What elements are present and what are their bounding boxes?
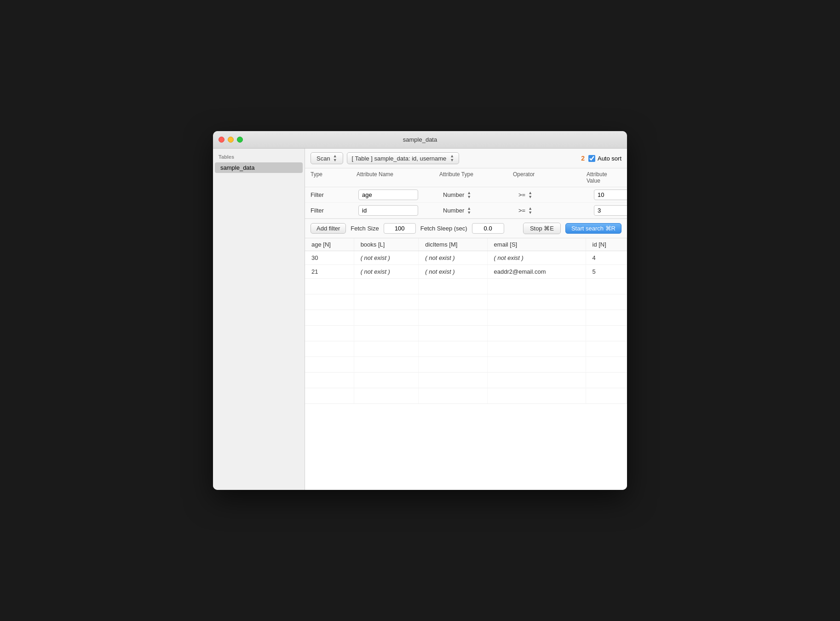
col-books-header: books [L] <box>354 238 419 251</box>
col-email-header: email [S] <box>487 238 586 251</box>
attr-type-id[interactable]: Number ▲▼ <box>443 207 517 215</box>
close-button[interactable] <box>219 137 224 143</box>
cell-email-1: ( not exist ) <box>487 251 586 265</box>
add-filter-button[interactable]: Add filter <box>311 223 346 234</box>
cell-age-2: 21 <box>305 265 354 279</box>
filter-value-id[interactable] <box>594 205 627 216</box>
scan-button[interactable]: Scan ▲▼ <box>311 152 343 164</box>
table-selector-stepper-icon: ▲▼ <box>450 154 454 162</box>
filter-attr-name-id[interactable] <box>358 205 418 216</box>
toolbar: Scan ▲▼ [ Table ] sample_data: id, usern… <box>305 149 627 168</box>
scan-stepper-icon: ▲▼ <box>333 154 337 162</box>
traffic-lights <box>219 137 243 143</box>
filter-type-age: Filter <box>311 191 357 198</box>
cell-books-2: ( not exist ) <box>354 265 419 279</box>
sidebar: Tables sample_data <box>213 149 305 490</box>
minimize-button[interactable] <box>228 137 234 143</box>
cell-email-2: eaddr2@email.com <box>487 265 586 279</box>
filters-section: Type Attribute Name Attribute Type Opera… <box>305 168 627 219</box>
cell-age-1: 30 <box>305 251 354 265</box>
table-row-empty <box>305 357 627 373</box>
col-operator-header: Operator <box>513 171 587 184</box>
fetch-sleep-input[interactable] <box>472 223 504 234</box>
filter-row-id: Filter Number ▲▼ >= ▲▼ delete <box>305 203 627 218</box>
sidebar-item-sample-data[interactable]: sample_data <box>215 162 303 173</box>
col-id-header: id [N] <box>586 238 627 251</box>
auto-sort-checkbox[interactable] <box>588 155 595 162</box>
table-row-empty <box>305 341 627 357</box>
main-panel: Scan ▲▼ [ Table ] sample_data: id, usern… <box>305 149 627 490</box>
sidebar-tables-heading: Tables <box>213 152 305 162</box>
table-row-empty <box>305 279 627 294</box>
filter-value-age[interactable] <box>594 190 627 200</box>
titlebar: sample_data <box>213 131 627 149</box>
table-row-empty <box>305 294 627 310</box>
result-count: 2 <box>581 155 585 162</box>
auto-sort-label[interactable]: Auto sort <box>598 155 621 162</box>
table-row[interactable]: 30 ( not exist ) ( not exist ) ( not exi… <box>305 251 627 265</box>
table-row[interactable]: 21 ( not exist ) ( not exist ) eaddr2@em… <box>305 265 627 279</box>
cell-books-1: ( not exist ) <box>354 251 419 265</box>
table-row-empty <box>305 326 627 341</box>
table-row-empty <box>305 388 627 404</box>
attr-type-age-stepper: ▲▼ <box>467 191 471 199</box>
col-attr-type-header: Attribute Type <box>439 171 513 184</box>
attr-type-age[interactable]: Number ▲▼ <box>443 191 517 199</box>
col-age-header: age [N] <box>305 238 354 251</box>
table-row-empty <box>305 310 627 326</box>
cell-id-1: 4 <box>586 251 627 265</box>
cell-dicitems-1: ( not exist ) <box>419 251 487 265</box>
actions-bar: Add filter Fetch Size Fetch Sleep (sec) … <box>305 219 627 238</box>
fetch-size-label: Fetch Size <box>351 225 379 232</box>
filter-row-age: Filter Number ▲▼ >= ▲▼ delete <box>305 187 627 203</box>
fetch-sleep-label: Fetch Sleep (sec) <box>420 225 467 232</box>
table-selector[interactable]: [ Table ] sample_data: id, username ▲▼ <box>347 152 460 164</box>
filter-attr-name-age[interactable] <box>358 190 418 200</box>
filter-header: Type Attribute Name Attribute Type Opera… <box>305 168 627 187</box>
start-search-button[interactable]: Start search ⌘R <box>565 223 621 234</box>
auto-sort-container: Auto sort <box>588 155 621 162</box>
app-window: sample_data Tables sample_data Scan ▲▼ [… <box>213 131 627 490</box>
window-title: sample_data <box>403 136 437 143</box>
operator-age-stepper: ▲▼ <box>528 191 532 199</box>
operator-id-stepper: ▲▼ <box>528 207 532 215</box>
col-type-header: Type <box>311 171 357 184</box>
main-content: Tables sample_data Scan ▲▼ [ Table ] sam… <box>213 149 627 490</box>
table-row-empty <box>305 373 627 388</box>
filter-type-id: Filter <box>311 207 357 214</box>
col-attr-name-header: Attribute Name <box>357 171 439 184</box>
operator-age[interactable]: >= ▲▼ <box>518 191 592 199</box>
col-attr-value-header: Attribute Value <box>587 171 607 184</box>
cell-dicitems-2: ( not exist ) <box>419 265 487 279</box>
results-table: age [N] books [L] dicItems [M] email [S]… <box>305 238 627 490</box>
maximize-button[interactable] <box>237 137 243 143</box>
col-dicitems-header: dicItems [M] <box>419 238 487 251</box>
attr-type-id-stepper: ▲▼ <box>467 207 471 215</box>
table-header-row: age [N] books [L] dicItems [M] email [S]… <box>305 238 627 251</box>
operator-id[interactable]: >= ▲▼ <box>518 207 592 215</box>
stop-button[interactable]: Stop ⌘E <box>523 223 561 234</box>
cell-id-2: 5 <box>586 265 627 279</box>
fetch-size-input[interactable] <box>384 223 416 234</box>
